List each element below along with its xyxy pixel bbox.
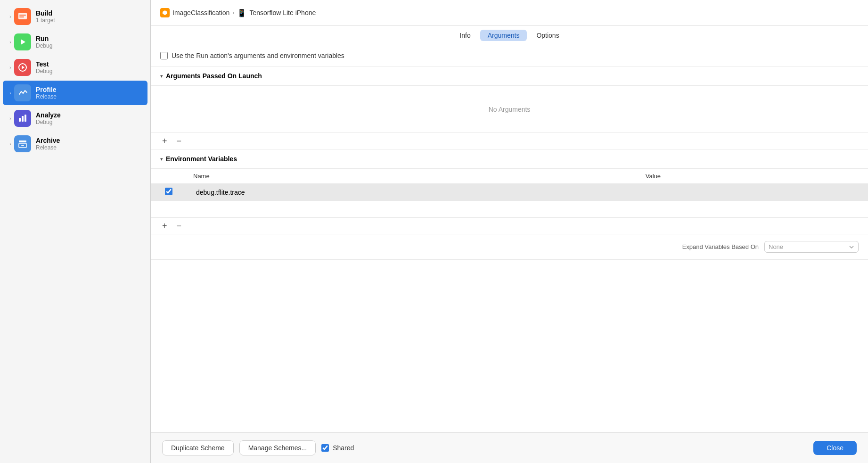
profile-sublabel: Release — [36, 93, 57, 100]
env-collapse-icon[interactable]: ▾ — [160, 156, 163, 162]
svg-rect-0 — [18, 13, 27, 19]
sidebar-item-analyze-labels: Analyze Debug — [36, 111, 61, 125]
svg-marker-1 — [21, 39, 25, 45]
env-add-button[interactable]: + — [160, 222, 169, 230]
footer-left-actions: Duplicate Scheme Manage Schemes... Share… — [162, 440, 354, 455]
sidebar-item-build-labels: Build 1 target — [36, 9, 55, 24]
arguments-section-header: ▾ Arguments Passed On Launch — [151, 66, 868, 86]
footer-right-actions: Close — [813, 441, 857, 455]
env-empty-row — [151, 201, 868, 218]
manage-schemes-button[interactable]: Manage Schemes... — [239, 440, 316, 455]
env-add-remove-row: + − — [151, 218, 868, 234]
profile-icon — [14, 84, 31, 101]
svg-rect-4 — [19, 118, 21, 122]
sidebar-item-analyze[interactable]: › Analyze Debug — [3, 106, 147, 131]
env-variables-table: Name Value debug.tflite.trace — [151, 169, 868, 218]
build-icon — [14, 8, 31, 25]
env-row[interactable]: debug.tflite.trace — [151, 184, 868, 201]
footer: Duplicate Scheme Manage Schemes... Share… — [151, 432, 868, 463]
analyze-sublabel: Debug — [36, 119, 61, 125]
use-run-action-label: Use the Run action's arguments and envir… — [172, 52, 344, 59]
chevron-right-icon: › — [7, 40, 14, 45]
analyze-label: Analyze — [36, 111, 61, 119]
svg-rect-7 — [19, 141, 26, 142]
chevron-right-icon: › — [7, 116, 14, 121]
test-sublabel: Debug — [36, 68, 52, 74]
env-section-header: ▾ Environment Variables — [151, 149, 868, 169]
sidebar-item-profile-labels: Profile Release — [36, 86, 57, 100]
main-panel: ImageClassification › 📱 Tensorflow Lite … — [151, 0, 868, 463]
svg-marker-3 — [22, 66, 25, 69]
chevron-right-icon: › — [7, 65, 14, 70]
breadcrumb: ImageClassification › 📱 Tensorflow Lite … — [160, 8, 316, 17]
device-icon: 📱 — [237, 8, 246, 17]
expand-variables-label: Expand Variables Based On — [682, 243, 759, 250]
chevron-right-icon: › — [7, 14, 14, 19]
no-arguments-text: No Arguments — [489, 106, 531, 113]
project-icon — [160, 8, 170, 17]
tabs-bar: Info Arguments Options — [151, 26, 868, 45]
breadcrumb-chevron: › — [232, 9, 234, 16]
sidebar-item-profile[interactable]: › Profile Release — [3, 81, 147, 105]
sidebar-item-test[interactable]: › Test Debug — [3, 55, 147, 80]
arguments-remove-button[interactable]: − — [175, 137, 184, 145]
sidebar-item-archive-labels: Archive Release — [36, 137, 60, 151]
header: ImageClassification › 📱 Tensorflow Lite … — [151, 0, 868, 26]
chevron-right-icon: › — [7, 91, 14, 96]
test-icon — [14, 59, 31, 76]
sidebar: › Build 1 target › Run Debug › — [0, 0, 151, 463]
env-col-name: Name — [188, 169, 636, 184]
run-label: Run — [36, 35, 52, 42]
archive-sublabel: Release — [36, 144, 60, 151]
expand-variables-select[interactable]: None — [764, 241, 859, 253]
arguments-add-button[interactable]: + — [160, 137, 169, 145]
use-run-action-section: Use the Run action's arguments and envir… — [151, 45, 868, 66]
tab-options[interactable]: Options — [529, 30, 566, 41]
build-sublabel: 1 target — [36, 17, 55, 24]
breadcrumb-project: ImageClassification — [172, 9, 229, 17]
svg-rect-6 — [25, 115, 26, 122]
expand-variables-section: Expand Variables Based On None — [151, 234, 868, 260]
shared-section: Shared — [321, 444, 354, 452]
sidebar-item-run-labels: Run Debug — [36, 35, 52, 49]
run-sublabel: Debug — [36, 42, 52, 49]
sidebar-item-run[interactable]: › Run Debug — [3, 30, 147, 54]
run-icon — [14, 33, 31, 50]
close-button[interactable]: Close — [813, 441, 857, 455]
env-row-checkbox-cell — [151, 184, 188, 201]
env-remove-button[interactable]: − — [175, 222, 184, 230]
sidebar-item-build[interactable]: › Build 1 target — [3, 4, 147, 29]
shared-checkbox[interactable] — [321, 444, 329, 452]
svg-rect-9 — [21, 145, 24, 146]
breadcrumb-target: Tensorflow Lite iPhone — [249, 9, 316, 17]
sidebar-item-test-labels: Test Debug — [36, 60, 52, 74]
tab-info[interactable]: Info — [452, 30, 478, 41]
env-col-value: Value — [636, 169, 868, 184]
archive-icon — [14, 135, 31, 152]
arguments-add-remove-row: + − — [151, 133, 868, 149]
content-area: Use the Run action's arguments and envir… — [151, 45, 868, 432]
env-row-value — [636, 184, 868, 201]
archive-label: Archive — [36, 137, 60, 144]
arguments-section-title: Arguments Passed On Launch — [166, 72, 262, 80]
env-row-checkbox[interactable] — [165, 188, 172, 195]
shared-label: Shared — [333, 444, 354, 452]
test-label: Test — [36, 60, 52, 68]
env-col-empty — [151, 169, 188, 184]
svg-rect-5 — [22, 116, 24, 122]
env-row-name: debug.tflite.trace — [188, 184, 636, 201]
build-label: Build — [36, 9, 55, 17]
sidebar-item-archive[interactable]: › Archive Release — [3, 132, 147, 156]
tab-arguments[interactable]: Arguments — [480, 30, 527, 41]
arguments-list-area: No Arguments — [151, 86, 868, 133]
analyze-icon — [14, 110, 31, 127]
chevron-right-icon: › — [7, 141, 14, 147]
duplicate-scheme-button[interactable]: Duplicate Scheme — [162, 440, 234, 455]
profile-label: Profile — [36, 86, 57, 93]
use-run-action-checkbox[interactable] — [160, 52, 168, 59]
env-section-title: Environment Variables — [166, 155, 237, 163]
arguments-collapse-icon[interactable]: ▾ — [160, 73, 163, 79]
